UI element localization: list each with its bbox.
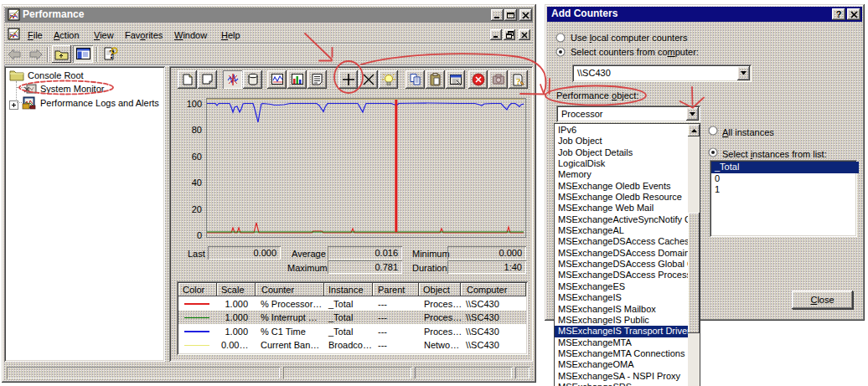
svg-text:?: ? — [516, 76, 521, 86]
